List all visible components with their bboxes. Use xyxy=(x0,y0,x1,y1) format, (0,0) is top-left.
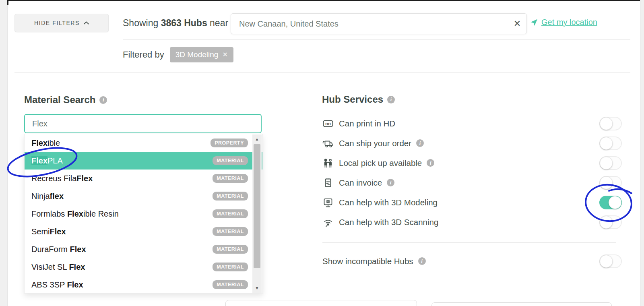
service-toggle[interactable] xyxy=(599,156,622,170)
material-name: Ninjaflex xyxy=(31,192,64,201)
result-type-badge: PROPERTY xyxy=(211,139,248,148)
show-incompatible-toggle[interactable] xyxy=(599,254,622,268)
header-divider xyxy=(123,39,630,40)
material-result-row[interactable]: Formlabs Flexible Resin MATERIAL xyxy=(25,205,262,223)
partial-input-box[interactable] xyxy=(431,302,612,306)
material-result-row[interactable]: Recreus FilaFlex MATERIAL xyxy=(25,170,262,187)
service-toggle[interactable] xyxy=(599,176,622,190)
material-search-input[interactable] xyxy=(24,114,262,133)
show-incompatible-info-icon[interactable]: i xyxy=(418,257,426,265)
material-result-row[interactable]: VisiJet SL Flex MATERIAL xyxy=(25,258,262,276)
remove-filter-icon[interactable]: ✕ xyxy=(222,52,227,58)
material-search-info-icon[interactable]: i xyxy=(99,96,107,104)
material-result-row[interactable]: Flexible PROPERTY xyxy=(25,134,262,152)
hub-service-row: Can ship your order i xyxy=(322,133,622,153)
toggle-knob xyxy=(600,137,613,150)
hub-services-title-row: Hub Services i xyxy=(322,94,395,105)
monitor-icon xyxy=(322,196,334,209)
material-search-title-row: Material Search i xyxy=(24,94,107,105)
service-label: Can ship your order xyxy=(339,139,411,148)
service-info-icon[interactable]: i xyxy=(387,179,394,186)
services-divider xyxy=(322,242,616,243)
result-type-badge: MATERIAL xyxy=(213,156,248,165)
showing-prefix: Showing xyxy=(123,18,158,28)
hub-services-list: Can print in HD Can ship your order i Lo… xyxy=(322,114,622,232)
scrollbar-thumb[interactable] xyxy=(254,144,260,268)
truck-icon xyxy=(322,137,334,149)
left-gutter xyxy=(0,0,8,306)
material-search-title: Material Search xyxy=(24,94,95,105)
material-name: SemiFlex xyxy=(31,227,66,236)
panel-top-border xyxy=(7,0,640,1)
material-name: DuraForm Flex xyxy=(31,245,86,254)
people-icon xyxy=(322,157,334,169)
service-label: Can print in HD xyxy=(339,119,395,128)
material-results-dropdown: Flexible PROPERTY FlexPLA MATERIAL Recre… xyxy=(24,134,263,294)
service-label: Can help with 3D Modeling xyxy=(339,198,438,207)
get-my-location-link[interactable]: Get my location xyxy=(530,18,597,27)
service-toggle[interactable] xyxy=(599,136,622,150)
show-incompatible-row: Show incompatible Hubs i xyxy=(322,251,622,271)
service-toggle[interactable] xyxy=(599,196,622,209)
result-type-badge: MATERIAL xyxy=(213,245,248,254)
hubs-count: 3863 Hubs xyxy=(161,18,207,28)
hub-service-row: Can print in HD xyxy=(322,114,622,133)
toggle-knob xyxy=(609,196,621,209)
location-search-box: ✕ xyxy=(231,13,527,34)
material-result-row[interactable]: Ninjaflex MATERIAL xyxy=(25,187,262,205)
filter-tag-3d-modeling[interactable]: 3D Modeling ✕ xyxy=(170,47,233,62)
result-type-badge: MATERIAL xyxy=(213,227,248,236)
location-input[interactable] xyxy=(231,19,508,29)
service-label: Can invoice xyxy=(339,178,382,188)
hub-service-row: Local pick up available i xyxy=(322,153,622,173)
material-result-row[interactable]: DuraForm Flex MATERIAL xyxy=(25,240,262,258)
invoice-icon xyxy=(322,177,334,189)
results-summary: Showing 3863 Hubs near xyxy=(123,18,228,29)
section-divider xyxy=(14,72,630,73)
result-type-badge: MATERIAL xyxy=(213,263,248,272)
service-info-icon[interactable]: i xyxy=(427,159,434,167)
filtered-by-label: Filtered by xyxy=(123,50,164,60)
hub-service-row: Can help with 3D Scanning xyxy=(322,212,622,232)
material-name: VisiJet SL Flex xyxy=(31,263,85,272)
hub-services-title: Hub Services xyxy=(322,94,383,105)
hub-filters-page: HIDE FILTERS Showing 3863 Hubs near ✕ Ge… xyxy=(0,0,644,306)
dropdown-scrollbar[interactable]: ▲ ▼ xyxy=(252,134,262,293)
result-type-badge: MATERIAL xyxy=(213,192,248,201)
service-toggle[interactable] xyxy=(599,117,622,130)
result-type-badge: MATERIAL xyxy=(213,174,248,183)
material-result-row[interactable]: ABS 3SP Flex MATERIAL xyxy=(25,276,262,294)
hide-filters-button[interactable]: HIDE FILTERS xyxy=(14,14,109,32)
panel-corner-border xyxy=(7,0,8,5)
material-name: Flexible xyxy=(31,139,60,148)
partial-input-box[interactable] xyxy=(225,300,417,306)
toggle-knob xyxy=(600,157,613,170)
service-info-icon[interactable]: i xyxy=(416,139,424,147)
material-name: Formlabs Flexible Resin xyxy=(31,209,119,219)
hub-services-info-icon[interactable]: i xyxy=(387,96,395,103)
material-result-row[interactable]: SemiFlex MATERIAL xyxy=(25,223,262,240)
showing-suffix: near xyxy=(210,18,228,28)
material-name: Recreus FilaFlex xyxy=(31,174,93,183)
hd-icon xyxy=(322,118,334,130)
material-name: ABS 3SP Flex xyxy=(31,280,83,289)
material-name: FlexPLA xyxy=(31,156,63,165)
material-results: Flexible PROPERTY FlexPLA MATERIAL Recre… xyxy=(25,134,262,294)
hub-service-row: Can help with 3D Modeling xyxy=(322,192,622,212)
clear-location-icon[interactable]: ✕ xyxy=(508,19,526,28)
scroll-down-icon[interactable]: ▼ xyxy=(252,286,262,290)
toggle-knob xyxy=(600,176,613,189)
scan-icon xyxy=(322,216,334,228)
navigation-arrow-icon xyxy=(530,18,538,27)
chevron-up-icon xyxy=(84,21,89,25)
show-incompatible-label: Show incompatible Hubs xyxy=(322,256,413,266)
material-result-row[interactable]: FlexPLA MATERIAL xyxy=(25,152,262,170)
service-label: Can help with 3D Scanning xyxy=(339,217,438,227)
toggle-knob xyxy=(600,117,613,130)
scroll-up-icon[interactable]: ▲ xyxy=(252,137,262,141)
toggle-knob xyxy=(600,216,613,229)
filter-tag-label: 3D Modeling xyxy=(175,50,219,59)
result-type-badge: MATERIAL xyxy=(213,209,248,219)
service-toggle[interactable] xyxy=(599,215,622,229)
hub-service-row: Can invoice i xyxy=(322,173,622,192)
